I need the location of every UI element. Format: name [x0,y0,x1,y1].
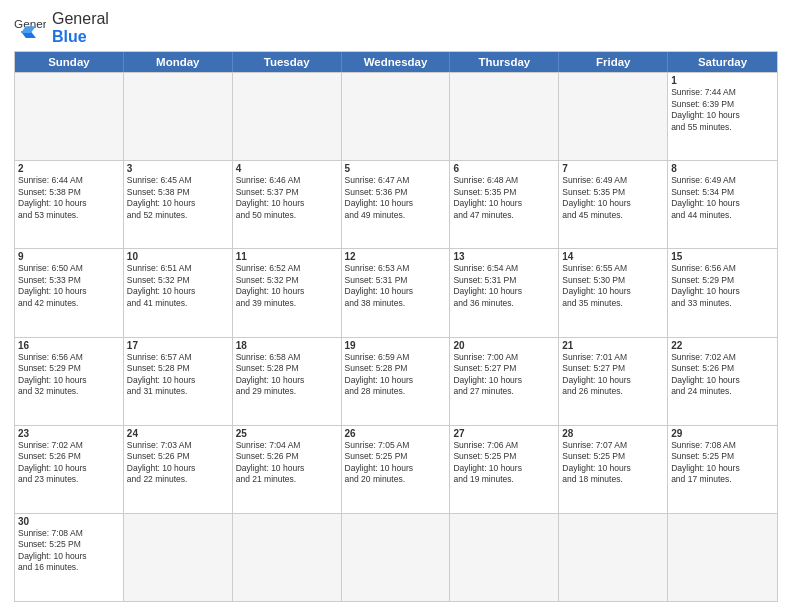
calendar-week-1: 1Sunrise: 7:44 AM Sunset: 6:39 PM Daylig… [15,72,777,160]
calendar-cell-w5-d1: 24Sunrise: 7:03 AM Sunset: 5:26 PM Dayli… [124,426,233,513]
day-info: Sunrise: 6:44 AM Sunset: 5:38 PM Dayligh… [18,175,120,221]
day-info: Sunrise: 6:50 AM Sunset: 5:33 PM Dayligh… [18,263,120,309]
header-monday: Monday [124,52,233,72]
calendar-cell-empty-3 [342,514,451,601]
calendar-cell-w4-d0: 16Sunrise: 6:56 AM Sunset: 5:29 PM Dayli… [15,338,124,425]
logo: General General Blue [14,10,109,45]
day-info: Sunrise: 6:48 AM Sunset: 5:35 PM Dayligh… [453,175,555,221]
day-info: Sunrise: 6:52 AM Sunset: 5:32 PM Dayligh… [236,263,338,309]
day-number: 13 [453,251,555,262]
calendar-cell-w2-d0: 2Sunrise: 6:44 AM Sunset: 5:38 PM Daylig… [15,161,124,248]
calendar-week-6: 30Sunrise: 7:08 AM Sunset: 5:25 PM Dayli… [15,513,777,601]
day-number: 21 [562,340,664,351]
day-number: 4 [236,163,338,174]
day-number: 3 [127,163,229,174]
header-friday: Friday [559,52,668,72]
day-number: 27 [453,428,555,439]
day-info: Sunrise: 6:51 AM Sunset: 5:32 PM Dayligh… [127,263,229,309]
page: General General Blue Sunday Monday Tuesd… [0,0,792,612]
calendar-cell-w4-d3: 19Sunrise: 6:59 AM Sunset: 5:28 PM Dayli… [342,338,451,425]
day-number: 9 [18,251,120,262]
calendar-cell-w3-d0: 9Sunrise: 6:50 AM Sunset: 5:33 PM Daylig… [15,249,124,336]
day-number: 22 [671,340,774,351]
day-number: 6 [453,163,555,174]
day-number: 17 [127,340,229,351]
day-info: Sunrise: 7:06 AM Sunset: 5:25 PM Dayligh… [453,440,555,486]
day-info: Sunrise: 6:57 AM Sunset: 5:28 PM Dayligh… [127,352,229,398]
calendar-cell-empty-2 [233,514,342,601]
calendar-cell-w1-d5 [559,73,668,160]
day-info: Sunrise: 6:49 AM Sunset: 5:34 PM Dayligh… [671,175,774,221]
day-info: Sunrise: 7:05 AM Sunset: 5:25 PM Dayligh… [345,440,447,486]
day-info: Sunrise: 7:02 AM Sunset: 5:26 PM Dayligh… [18,440,120,486]
calendar-cell-w1-d4 [450,73,559,160]
logo-blue-text: Blue [52,28,109,46]
header-tuesday: Tuesday [233,52,342,72]
day-info: Sunrise: 6:55 AM Sunset: 5:30 PM Dayligh… [562,263,664,309]
calendar-cell-w5-d0: 23Sunrise: 7:02 AM Sunset: 5:26 PM Dayli… [15,426,124,513]
day-number: 2 [18,163,120,174]
day-info: Sunrise: 7:07 AM Sunset: 5:25 PM Dayligh… [562,440,664,486]
day-number: 15 [671,251,774,262]
day-number: 8 [671,163,774,174]
day-info: Sunrise: 6:54 AM Sunset: 5:31 PM Dayligh… [453,263,555,309]
day-info: Sunrise: 6:56 AM Sunset: 5:29 PM Dayligh… [671,263,774,309]
calendar-cell-w3-d5: 14Sunrise: 6:55 AM Sunset: 5:30 PM Dayli… [559,249,668,336]
calendar-cell-w5-d6: 29Sunrise: 7:08 AM Sunset: 5:25 PM Dayli… [668,426,777,513]
general-blue-icon: General [14,14,46,42]
calendar-cell-w1-d3 [342,73,451,160]
day-info: Sunrise: 7:04 AM Sunset: 5:26 PM Dayligh… [236,440,338,486]
day-info: Sunrise: 7:08 AM Sunset: 5:25 PM Dayligh… [18,528,120,574]
calendar: Sunday Monday Tuesday Wednesday Thursday… [14,51,778,602]
calendar-week-3: 9Sunrise: 6:50 AM Sunset: 5:33 PM Daylig… [15,248,777,336]
day-number: 20 [453,340,555,351]
day-number: 25 [236,428,338,439]
calendar-cell-w3-d1: 10Sunrise: 6:51 AM Sunset: 5:32 PM Dayli… [124,249,233,336]
calendar-week-4: 16Sunrise: 6:56 AM Sunset: 5:29 PM Dayli… [15,337,777,425]
calendar-cell-w2-d1: 3Sunrise: 6:45 AM Sunset: 5:38 PM Daylig… [124,161,233,248]
day-info: Sunrise: 7:44 AM Sunset: 6:39 PM Dayligh… [671,87,774,133]
day-number: 5 [345,163,447,174]
calendar-cell-w2-d2: 4Sunrise: 6:46 AM Sunset: 5:37 PM Daylig… [233,161,342,248]
calendar-cell-w5-d3: 26Sunrise: 7:05 AM Sunset: 5:25 PM Dayli… [342,426,451,513]
calendar-cell-w3-d2: 11Sunrise: 6:52 AM Sunset: 5:32 PM Dayli… [233,249,342,336]
calendar-cell-w1-d6: 1Sunrise: 7:44 AM Sunset: 6:39 PM Daylig… [668,73,777,160]
day-number: 26 [345,428,447,439]
day-info: Sunrise: 7:02 AM Sunset: 5:26 PM Dayligh… [671,352,774,398]
day-info: Sunrise: 7:03 AM Sunset: 5:26 PM Dayligh… [127,440,229,486]
calendar-cell-w4-d6: 22Sunrise: 7:02 AM Sunset: 5:26 PM Dayli… [668,338,777,425]
calendar-cell-w2-d6: 8Sunrise: 6:49 AM Sunset: 5:34 PM Daylig… [668,161,777,248]
day-info: Sunrise: 6:46 AM Sunset: 5:37 PM Dayligh… [236,175,338,221]
calendar-cell-empty-6 [668,514,777,601]
day-number: 14 [562,251,664,262]
day-number: 11 [236,251,338,262]
day-info: Sunrise: 6:49 AM Sunset: 5:35 PM Dayligh… [562,175,664,221]
calendar-cell-day30: 30Sunrise: 7:08 AM Sunset: 5:25 PM Dayli… [15,514,124,601]
day-info: Sunrise: 6:45 AM Sunset: 5:38 PM Dayligh… [127,175,229,221]
day-number: 1 [671,75,774,86]
day-info: Sunrise: 6:47 AM Sunset: 5:36 PM Dayligh… [345,175,447,221]
day-number: 12 [345,251,447,262]
day-number: 19 [345,340,447,351]
calendar-cell-w3-d3: 12Sunrise: 6:53 AM Sunset: 5:31 PM Dayli… [342,249,451,336]
day-number: 18 [236,340,338,351]
calendar-cell-w5-d5: 28Sunrise: 7:07 AM Sunset: 5:25 PM Dayli… [559,426,668,513]
calendar-cell-w5-d2: 25Sunrise: 7:04 AM Sunset: 5:26 PM Dayli… [233,426,342,513]
day-info: Sunrise: 6:59 AM Sunset: 5:28 PM Dayligh… [345,352,447,398]
calendar-cell-w1-d0 [15,73,124,160]
calendar-week-2: 2Sunrise: 6:44 AM Sunset: 5:38 PM Daylig… [15,160,777,248]
day-info: Sunrise: 7:01 AM Sunset: 5:27 PM Dayligh… [562,352,664,398]
day-number: 29 [671,428,774,439]
header-wednesday: Wednesday [342,52,451,72]
header-thursday: Thursday [450,52,559,72]
day-info: Sunrise: 6:58 AM Sunset: 5:28 PM Dayligh… [236,352,338,398]
logo-general-text: General [52,10,109,28]
day-number: 7 [562,163,664,174]
header-saturday: Saturday [668,52,777,72]
calendar-cell-w1-d2 [233,73,342,160]
calendar-cell-w3-d4: 13Sunrise: 6:54 AM Sunset: 5:31 PM Dayli… [450,249,559,336]
calendar-header: Sunday Monday Tuesday Wednesday Thursday… [15,52,777,72]
calendar-cell-w2-d5: 7Sunrise: 6:49 AM Sunset: 5:35 PM Daylig… [559,161,668,248]
day-number: 28 [562,428,664,439]
day-number: 30 [18,516,120,527]
